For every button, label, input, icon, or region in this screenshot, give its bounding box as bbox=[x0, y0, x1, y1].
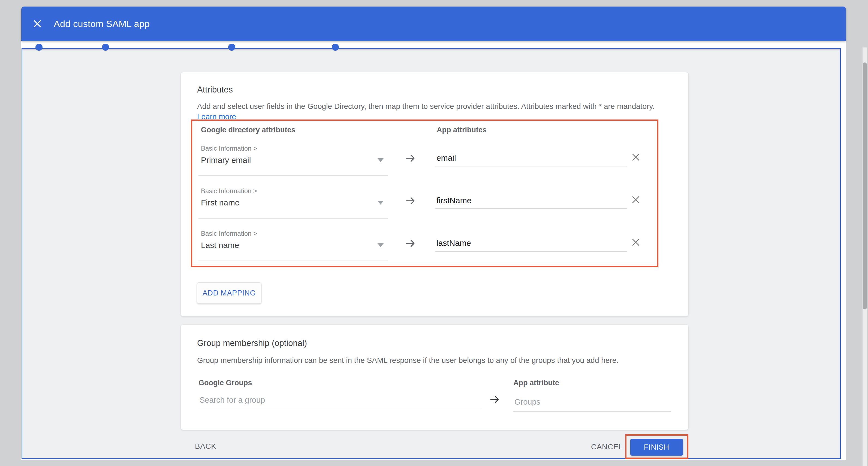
remove-mapping-icon[interactable] bbox=[630, 151, 642, 163]
google-groups-label: Google Groups bbox=[198, 379, 252, 387]
attribute-mapping-row: Basic Information > Last name bbox=[192, 229, 657, 272]
finish-annotated-region: FINISH bbox=[625, 434, 688, 459]
app-attribute-input[interactable] bbox=[435, 235, 627, 252]
add-mapping-button[interactable]: ADD MAPPING bbox=[197, 282, 261, 304]
app-attribute-input[interactable] bbox=[435, 193, 627, 209]
group-membership-title: Group membership (optional) bbox=[197, 338, 307, 348]
directory-attribute-category: Basic Information > bbox=[201, 145, 257, 152]
chevron-down-icon bbox=[378, 243, 383, 247]
app-attribute-input[interactable] bbox=[435, 150, 627, 167]
arrow-right-icon bbox=[489, 394, 501, 405]
stepper-dot bbox=[102, 43, 109, 51]
arrow-right-icon bbox=[405, 195, 416, 207]
add-custom-saml-app-dialog: Add custom SAML app Attributes Add and s… bbox=[21, 6, 846, 460]
attribute-mapping-row: Basic Information > First name bbox=[192, 186, 657, 229]
back-button[interactable]: BACK bbox=[195, 442, 216, 451]
attribute-mapping-row: Basic Information > Primary email bbox=[192, 144, 657, 186]
directory-attribute-category: Basic Information > bbox=[201, 230, 257, 237]
directory-attribute-category: Basic Information > bbox=[201, 187, 257, 195]
directory-attribute-select[interactable]: Basic Information > Last name bbox=[198, 229, 388, 261]
group-membership-description: Group membership information can be sent… bbox=[197, 355, 672, 366]
arrow-right-icon bbox=[405, 237, 416, 250]
group-membership-card: Group membership (optional) Group member… bbox=[181, 324, 689, 430]
stepper-dot bbox=[35, 43, 42, 51]
stepper-dot bbox=[228, 43, 235, 51]
chevron-down-icon bbox=[378, 201, 383, 205]
attributes-card-title: Attributes bbox=[197, 85, 233, 95]
directory-attribute-value: First name bbox=[201, 198, 240, 207]
attributes-description-text: Add and select user fields in the Google… bbox=[197, 102, 655, 111]
attribute-mapping-annotated-region: Google directory attributes App attribut… bbox=[191, 119, 658, 267]
groups-app-attribute-input[interactable] bbox=[513, 392, 671, 412]
vertical-scrollbar[interactable] bbox=[863, 48, 867, 466]
cancel-button[interactable]: CANCEL bbox=[591, 442, 623, 451]
group-search-input[interactable] bbox=[198, 390, 482, 410]
google-directory-attributes-header: Google directory attributes bbox=[201, 126, 296, 134]
attributes-card-description: Add and select user fields in the Google… bbox=[197, 101, 672, 122]
attributes-card: Attributes Add and select user fields in… bbox=[181, 72, 689, 317]
arrow-right-icon bbox=[405, 152, 416, 164]
directory-attribute-select[interactable]: Basic Information > First name bbox=[198, 186, 388, 219]
directory-attribute-value: Primary email bbox=[201, 155, 251, 165]
remove-mapping-icon[interactable] bbox=[630, 194, 642, 206]
wizard-step-content: Attributes Add and select user fields in… bbox=[22, 48, 841, 459]
dialog-title: Add custom SAML app bbox=[54, 6, 150, 41]
app-attribute-label: App attribute bbox=[513, 379, 559, 387]
scrollbar-thumb[interactable] bbox=[863, 62, 867, 310]
stepper-dot bbox=[332, 43, 339, 51]
directory-attribute-select[interactable]: Basic Information > Primary email bbox=[198, 144, 388, 176]
finish-button[interactable]: FINISH bbox=[630, 439, 683, 456]
app-attributes-header: App attributes bbox=[437, 126, 487, 134]
directory-attribute-value: Last name bbox=[201, 241, 239, 250]
close-icon[interactable] bbox=[31, 18, 43, 30]
chevron-down-icon bbox=[378, 158, 383, 162]
remove-mapping-icon[interactable] bbox=[630, 236, 642, 248]
